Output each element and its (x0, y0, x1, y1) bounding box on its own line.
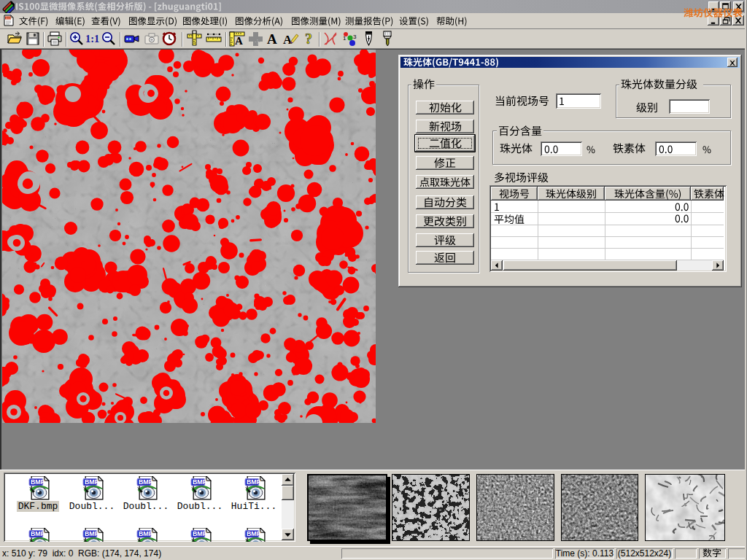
svg-text:1:1: 1:1 (85, 33, 99, 44)
svg-text:A: A (283, 33, 293, 47)
svg-text:A: A (267, 31, 277, 47)
svg-text:1: 1 (343, 35, 347, 42)
svg-text:3: 3 (353, 34, 357, 40)
svg-text:A: A (235, 35, 243, 47)
svg-text:DOC: DOC (6, 16, 12, 20)
svg-text:?: ? (305, 31, 312, 47)
